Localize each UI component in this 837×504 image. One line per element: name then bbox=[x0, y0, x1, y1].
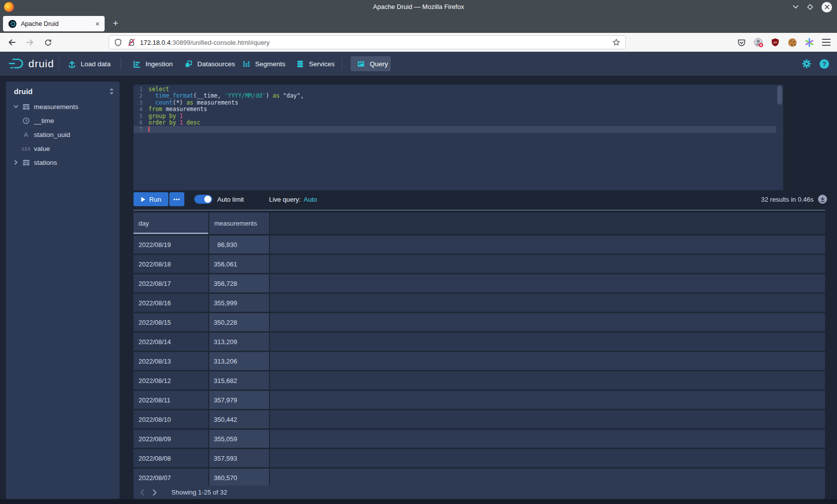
cell-measurements[interactable]: 360,570 bbox=[209, 469, 269, 486]
editor-line[interactable]: 1select bbox=[134, 86, 783, 93]
code-text: count(*) as measurements bbox=[146, 100, 238, 106]
query-status: 32 results in 0.46s bbox=[761, 196, 814, 203]
cell-day[interactable]: 2022/08/14 bbox=[134, 333, 208, 351]
bookmark-star-button[interactable] bbox=[612, 38, 620, 46]
auto-limit-toggle[interactable] bbox=[194, 195, 212, 204]
table-row: 2022/08/18356,061 bbox=[134, 255, 825, 274]
download-button[interactable] bbox=[818, 195, 827, 204]
menu-button[interactable] bbox=[820, 36, 832, 48]
svg-text:uO: uO bbox=[773, 41, 777, 44]
nav-item-label: Load data bbox=[81, 60, 111, 68]
editor-line[interactable]: 5group by 1 bbox=[134, 113, 783, 120]
nav-item-datasources[interactable]: Datasources bbox=[184, 52, 235, 76]
window-maximize-button[interactable] bbox=[807, 3, 814, 10]
back-button[interactable] bbox=[5, 35, 19, 49]
cell-measurements[interactable]: 313,206 bbox=[209, 352, 269, 370]
tree-item-value[interactable]: 123 value bbox=[6, 141, 120, 155]
tree-item-stations[interactable]: stations bbox=[6, 155, 120, 169]
clock-icon bbox=[21, 117, 30, 125]
row-filler bbox=[270, 391, 825, 409]
cell-day[interactable]: 2022/08/09 bbox=[134, 430, 208, 448]
table-row: 2022/08/13313,206 bbox=[134, 352, 825, 372]
cell-measurements[interactable]: 350,228 bbox=[209, 313, 269, 331]
cell-measurements[interactable]: 315,682 bbox=[209, 372, 269, 389]
close-icon bbox=[825, 4, 830, 9]
schema-panel: druid measurements __time bbox=[6, 82, 120, 499]
prev-page-button[interactable] bbox=[137, 487, 148, 499]
ublock-icon[interactable]: uO bbox=[769, 36, 781, 48]
cell-day[interactable]: 2022/08/11 bbox=[134, 391, 208, 409]
editor-line[interactable]: 4from measurements bbox=[134, 106, 783, 113]
column-header-day[interactable]: day bbox=[134, 213, 208, 234]
live-query-value[interactable]: Auto bbox=[304, 196, 317, 203]
row-filler bbox=[270, 352, 825, 370]
run-button[interactable]: Run bbox=[134, 192, 168, 206]
auto-limit-label: Auto limit bbox=[217, 192, 244, 206]
nav-item-services[interactable]: Services bbox=[296, 52, 335, 76]
cell-measurements[interactable]: 356,728 bbox=[209, 274, 269, 292]
nav-item-ingestion[interactable]: Ingestion bbox=[133, 52, 173, 76]
druid-logo[interactable]: druid bbox=[8, 56, 54, 71]
run-more-button[interactable]: ••• bbox=[169, 192, 184, 206]
editor-line[interactable]: 6order by 1 desc bbox=[134, 120, 783, 126]
account-icon[interactable] bbox=[752, 36, 764, 48]
druid-logo-icon bbox=[8, 56, 25, 71]
cell-day[interactable]: 2022/08/17 bbox=[134, 274, 208, 292]
cell-measurements[interactable]: 355,059 bbox=[209, 430, 269, 448]
run-bar: Run ••• Auto limit Live query: Auto 32 r… bbox=[134, 192, 827, 206]
cell-measurements[interactable]: 357,593 bbox=[209, 449, 269, 467]
cell-measurements[interactable]: 355,999 bbox=[209, 294, 269, 312]
window-minimize-button[interactable] bbox=[793, 5, 799, 9]
nav-item-query[interactable]: Query bbox=[351, 56, 391, 71]
nav-item-load-data[interactable]: Load data bbox=[68, 52, 111, 76]
tree-item-time[interactable]: __time bbox=[6, 114, 120, 127]
column-header-measurements[interactable]: measurements bbox=[209, 213, 269, 234]
editor-line[interactable]: 2 time_format(__time, 'YYYY/MM/dd') as "… bbox=[134, 93, 783, 99]
insecure-lock-icon[interactable] bbox=[127, 38, 136, 47]
editor-line[interactable]: 3 count(*) as measurements bbox=[134, 100, 783, 106]
cookie-icon[interactable] bbox=[786, 36, 798, 48]
cell-day[interactable]: 2022/08/15 bbox=[134, 313, 208, 331]
window-close-button[interactable] bbox=[822, 2, 832, 12]
cell-day[interactable]: 2022/08/10 bbox=[134, 410, 208, 428]
reload-button[interactable] bbox=[41, 35, 55, 49]
cell-measurements[interactable]: 356,061 bbox=[209, 255, 269, 273]
cell-day[interactable]: 2022/08/12 bbox=[134, 372, 208, 389]
forward-button[interactable] bbox=[23, 35, 37, 49]
sql-editor[interactable]: 1select2 time_format(__time, 'YYYY/MM/dd… bbox=[134, 85, 783, 190]
cell-measurements[interactable]: 86,930 bbox=[209, 236, 269, 253]
row-filler bbox=[270, 333, 825, 351]
pocket-icon[interactable] bbox=[735, 36, 747, 48]
cell-day[interactable]: 2022/08/07 bbox=[134, 469, 208, 486]
editor-scrollbar[interactable] bbox=[777, 86, 782, 105]
tree-item-measurements[interactable]: measurements bbox=[6, 100, 120, 114]
new-tab-button[interactable]: + bbox=[109, 16, 123, 30]
tree-item-station-uuid[interactable]: A station_uuid bbox=[6, 127, 120, 141]
help-button[interactable]: ? bbox=[820, 59, 829, 69]
cell-day[interactable]: 2022/08/08 bbox=[134, 449, 208, 467]
code-text: order by 1 desc bbox=[146, 120, 200, 126]
schema-selector[interactable]: druid bbox=[14, 86, 115, 97]
cell-measurements[interactable]: 357,979 bbox=[209, 391, 269, 409]
cell-measurements[interactable]: 313,209 bbox=[209, 333, 269, 351]
cell-day[interactable]: 2022/08/16 bbox=[134, 294, 208, 312]
tab-close-button[interactable]: × bbox=[95, 20, 100, 27]
line-number: 6 bbox=[134, 120, 146, 126]
chevron-down-icon[interactable] bbox=[13, 104, 19, 110]
query-console-icon bbox=[357, 60, 365, 68]
cell-measurements[interactable]: 350,442 bbox=[209, 410, 269, 428]
settings-gear-button[interactable] bbox=[802, 59, 812, 69]
schema-title: druid bbox=[14, 87, 109, 96]
shield-icon[interactable] bbox=[114, 38, 122, 46]
cell-day[interactable]: 2022/08/13 bbox=[134, 352, 208, 370]
row-filler bbox=[270, 294, 825, 312]
browser-tab[interactable]: Apache Druid × bbox=[3, 16, 105, 31]
editor-line[interactable]: 7 bbox=[134, 126, 776, 132]
extension-asterisk-icon[interactable] bbox=[803, 36, 815, 48]
url-bar[interactable]: 172.18.0.4:30899/unified-console.html#qu… bbox=[109, 35, 626, 49]
cell-day[interactable]: 2022/08/18 bbox=[134, 255, 208, 273]
nav-item-segments[interactable]: Segments bbox=[242, 52, 285, 76]
cell-day[interactable]: 2022/08/19 bbox=[134, 236, 208, 253]
next-page-button[interactable] bbox=[148, 487, 160, 499]
chevron-right-icon[interactable] bbox=[13, 159, 19, 165]
